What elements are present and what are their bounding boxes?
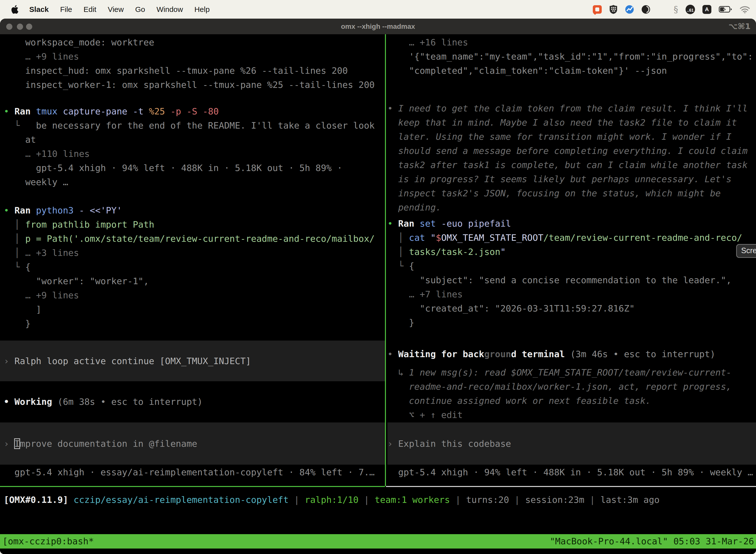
menu-item-edit[interactable]: Edit [83,5,97,14]
text-segment: inspect_hud: omx sparkshell --tmux-pane … [4,65,348,76]
ran-cat-task-line: … +7 lines [387,287,462,301]
left-pane[interactable]: workspace_mode: worktree … +9 lines insp… [0,34,385,486]
text-segment: OMX_TEAM_STATE_ROOT [441,233,544,243]
text-segment: │ [387,233,409,243]
text-segment: I need to get the claim token from the c… [398,103,748,113]
battery-icon[interactable] [719,6,732,13]
text-segment: later. Using the same for transition mig… [387,131,732,142]
prompt-input-band-text: › Improve documentation in @filename [4,437,197,451]
hud-segment: team:1 workers [375,495,450,505]
menu-item-file[interactable]: File [60,5,72,14]
text-segment: tasks/task-2.json [409,247,500,257]
hud-segment: | [359,495,375,505]
text-segment: from pathlib import Path [25,219,154,230]
terminal-content: workspace_mode: worktree … +9 lines insp… [0,34,756,554]
text-segment: ↳ [387,367,409,378]
text-segment: Ran [398,218,420,229]
ran-cat-task-line: "created_at": "2026-03-31T11:59:27.816Z" [387,301,635,316]
speedtest-icon[interactable] [625,5,634,14]
apple-menu-icon[interactable] [11,5,19,14]
text-segment: (3m 46s • esc to interrupt) [570,349,715,359]
ran-cat-task-line: • Ran set -euo pipefail [387,216,511,231]
badge-61-icon[interactable]: ..61 [686,5,695,14]
hud-segment: ralph:1/10 [305,495,359,505]
text-segment: keep that in mind. Maybe I also need the… [387,117,737,127]
text-segment: (6m 38s • esc to interrupt) [58,397,203,407]
menu-item-go[interactable]: Go [135,5,145,14]
text-segment: } [387,318,414,328]
ran-python3-line: │ p = Path('.omx/state/team/review-curre… [4,232,375,246]
menu-item-view[interactable]: View [108,5,124,14]
scrollback-head-line: "completed","claim_token":"claim-token"}… [387,63,667,78]
text-segment: … +7 lines [387,289,462,299]
prompt-input-band[interactable]: › Explain this codebase [387,423,756,465]
scrollback-head-line: … +9 lines [4,49,79,63]
menu-item-help[interactable]: Help [194,5,210,14]
text-segment: › [387,439,398,449]
text-segment: "subject": "send a concise recommendatio… [387,275,732,285]
ran-tmux-capture-line: gpt-5.4 xhigh · 94% left · 488K in · 5.1… [4,161,342,175]
scrollback-head-line: '{"team_name":"my-team","task_id":"1","f… [387,49,753,63]
model-status-line-line: gpt-5.4 xhigh · essay/ai-reimplementatio… [4,465,375,479]
text-segment: -p [170,106,187,116]
right-pane[interactable]: … +16 lines '{"team_name":"my-team","tas… [387,34,756,486]
text-segment: Ralph loop active continue [OMX_TMUX_INJ… [14,356,251,366]
active-app-menu[interactable]: Slack [29,5,49,14]
squiggle-icon[interactable]: § [674,4,678,14]
text-segment: tmux [36,106,63,116]
text-segment: • [387,218,398,229]
wifi-icon[interactable] [740,5,750,13]
text-segment: capture-pane [63,106,133,116]
text-segment: • [387,103,398,113]
thinking-paragraph-line: pending. [387,200,441,214]
hud-segment: | [509,495,525,505]
letter-a-icon[interactable]: A [702,5,711,14]
menu-bar-status-icons: § ..61 A [593,4,750,14]
text-segment: "completed","claim_token":"claim-token"}… [387,65,667,76]
text-segment: Ran [14,106,36,116]
thinking-paragraph-line: is in progress? It seems likely but perh… [387,172,732,186]
menu-item-window[interactable]: Window [156,5,183,14]
ran-cat-task-line: } [387,316,414,330]
scrollback-head-line: … +16 lines [387,35,468,49]
right-pane-bottom-border [386,486,756,487]
working-status-line: • Working (6m 38s • esc to interrupt) [4,395,203,409]
text-segment: "created_at": "2026-03-31T11:59:27.816Z" [387,303,635,314]
text-segment: › [4,356,14,366]
text-segment: continue assigned work or next feasible … [387,396,651,406]
text-segment: … +110 lines [4,149,90,159]
text-segment: is in progress? It seems likely but perh… [387,174,732,184]
grid-dots-icon[interactable] [658,5,666,14]
text-segment: $ [436,233,441,243]
screen-recording-icon[interactable] [593,5,602,14]
window-shortcut-hint: ⌥⌘1 [729,19,751,34]
tmux-status-bar: [omx-cczip0:bash* "MacBook-Pro-44.local"… [0,534,756,549]
text-segment: set [420,218,441,229]
text-segment: • [387,349,398,359]
text-segment: be necessary for the end of the README. … [36,120,375,130]
ran-python3-line: "worker": "worker-1", [4,274,149,288]
ran-python3-line: • Ran python3 - <<'PY' [4,203,122,217]
ran-tmux-capture-line: └ be necessary for the end of the README… [4,118,375,132]
screen-overlay-button[interactable]: Scre [736,244,756,258]
scrollback-head-line: workspace_mode: worktree [4,35,154,49]
terminal-window: omx --xhigh --madmax ⌥⌘1 workspace_mode:… [0,19,756,554]
ran-tmux-capture-line: • Ran tmux capture-pane -t %25 -p -S -80 [4,104,219,118]
text-segment: └ [4,262,25,272]
thinking-paragraph-line: • I need to get the claim token from the… [387,101,748,115]
hud-segment: session:23m [525,495,584,505]
text-segment: └ [4,120,36,130]
text-segment: -euo pipefail [441,218,511,229]
crescent-circle-icon[interactable] [641,5,650,14]
text-segment: " [430,233,436,243]
hud-status-line: [OMX#0.11.9] cczip/essay/ai-reimplementa… [4,493,659,507]
hud-segment: [OMX#0.11.9] [4,495,74,505]
prompt-input-band[interactable]: › Improve documentation in @filename [0,423,385,465]
mailbox-notice-line: ↳ 1 new msg(s): read $OMX_TEAM_STATE_ROO… [387,365,732,380]
text-segment: └ [387,261,409,271]
ran-cat-task-line: └ { [387,259,414,273]
pane-divider[interactable] [385,34,386,486]
text-segment: weekly … [4,177,68,187]
scrollback-head-line: inspect_worker-1: omx sparkshell --tmux-… [4,78,375,92]
shield-grid-icon[interactable] [609,5,618,14]
